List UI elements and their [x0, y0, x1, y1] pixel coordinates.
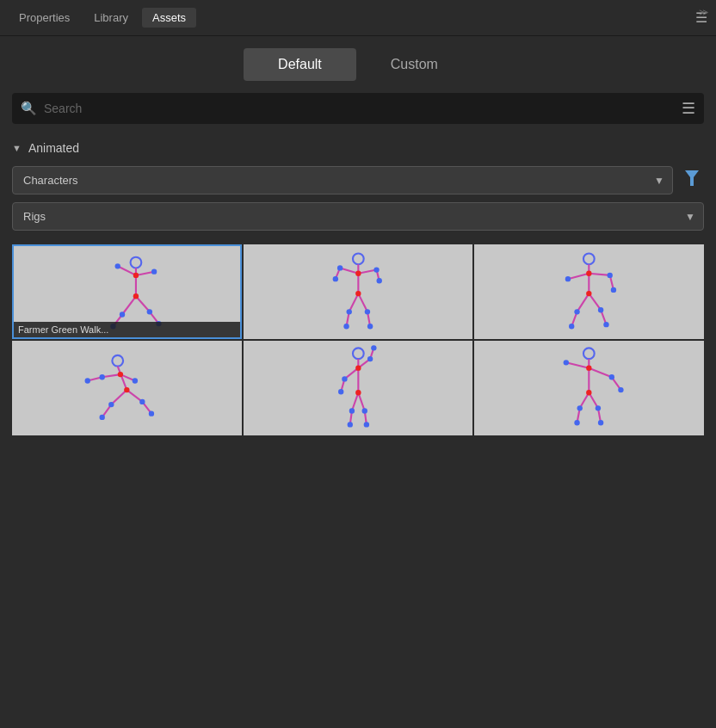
svg-point-70 [124, 387, 129, 392]
asset-figure-5 [476, 342, 702, 434]
svg-point-22 [337, 265, 343, 270]
svg-line-97 [589, 368, 613, 378]
svg-line-56 [118, 367, 127, 391]
svg-point-44 [608, 273, 613, 278]
asset-grid: Farmer Green Walk... [12, 244, 704, 435]
svg-point-54 [598, 307, 603, 312]
svg-point-90 [355, 390, 361, 395]
svg-point-108 [586, 390, 591, 395]
svg-point-109 [577, 405, 583, 410]
svg-point-15 [120, 312, 125, 317]
svg-point-32 [367, 324, 373, 329]
svg-point-21 [332, 276, 337, 281]
svg-point-17 [353, 253, 364, 264]
view-tab-custom[interactable]: Custom [356, 48, 472, 81]
svg-point-25 [376, 278, 381, 283]
svg-point-37 [583, 253, 595, 264]
svg-point-71 [108, 402, 114, 407]
tab-properties[interactable]: Properties [9, 8, 80, 28]
svg-point-72 [139, 399, 145, 404]
rigs-dropdown[interactable]: Rigs [12, 202, 704, 231]
animated-section-header[interactable]: ▼ Animated [0, 134, 716, 165]
asset-cell-1[interactable] [244, 244, 473, 339]
svg-point-91 [349, 408, 354, 413]
svg-line-19 [340, 268, 358, 273]
svg-point-55 [112, 355, 123, 367]
top-bar-tabs: Properties Library Assets [9, 8, 196, 28]
svg-point-62 [133, 378, 138, 383]
asset-figure-1 [245, 246, 472, 337]
svg-point-110 [596, 405, 601, 410]
svg-line-66 [127, 390, 142, 402]
svg-point-65 [100, 415, 105, 420]
svg-point-4 [115, 263, 120, 268]
svg-point-89 [355, 366, 361, 371]
svg-point-40 [565, 276, 571, 281]
svg-point-96 [564, 360, 569, 365]
svg-point-53 [575, 309, 580, 314]
asset-cell-3[interactable] [12, 341, 242, 435]
search-bar: 🔍 ☰ [12, 93, 704, 124]
svg-point-16 [147, 309, 152, 314]
svg-line-45 [577, 293, 589, 312]
expand-icon[interactable]: ≫ [699, 7, 709, 18]
animated-label: Animated [28, 141, 79, 155]
asset-cell-4[interactable] [244, 341, 473, 435]
svg-point-47 [569, 324, 574, 329]
svg-line-86 [358, 392, 364, 410]
svg-point-33 [355, 271, 361, 276]
svg-point-68 [149, 411, 154, 416]
svg-line-27 [349, 293, 358, 312]
svg-point-51 [586, 271, 591, 276]
svg-point-14 [133, 293, 139, 299]
svg-line-30 [358, 293, 367, 312]
chevron-down-icon: ▼ [12, 143, 22, 153]
svg-point-69 [118, 372, 123, 377]
asset-cell-2[interactable] [474, 244, 704, 339]
svg-marker-0 [685, 170, 699, 186]
svg-line-7 [122, 296, 136, 314]
svg-line-57 [102, 374, 120, 377]
view-tab-row: Default Custom [0, 36, 716, 93]
top-bar: ≫ Properties Library Assets ☰ [0, 0, 716, 36]
svg-line-39 [568, 274, 589, 279]
svg-line-63 [111, 390, 127, 404]
svg-point-81 [371, 345, 376, 350]
search-icon: 🔍 [21, 101, 37, 116]
rigs-row: Rigs ▼ [12, 202, 704, 231]
svg-point-13 [133, 273, 139, 278]
svg-point-78 [342, 376, 347, 381]
svg-line-48 [589, 293, 602, 310]
svg-point-107 [586, 366, 591, 371]
svg-point-59 [85, 378, 90, 383]
svg-point-103 [575, 420, 580, 425]
svg-point-85 [347, 422, 352, 427]
tab-assets[interactable]: Assets [142, 8, 196, 28]
asset-cell-0[interactable]: Farmer Green Walk... [12, 244, 242, 339]
svg-point-88 [363, 422, 368, 427]
search-input[interactable] [44, 102, 671, 115]
asset-figure-4 [245, 342, 472, 434]
svg-point-50 [604, 322, 609, 327]
svg-line-95 [566, 362, 589, 367]
list-view-icon[interactable]: ☰ [671, 99, 695, 118]
svg-line-83 [352, 392, 358, 410]
svg-point-34 [355, 291, 361, 296]
svg-point-43 [611, 287, 616, 293]
svg-line-41 [589, 274, 610, 275]
characters-dropdown[interactable]: Characters [12, 166, 673, 194]
rigs-dropdown-wrapper: Rigs ▼ [12, 202, 704, 231]
svg-point-77 [338, 389, 343, 394]
svg-point-73 [353, 348, 364, 359]
svg-point-100 [609, 374, 614, 379]
svg-point-52 [586, 291, 591, 296]
tab-library[interactable]: Library [83, 8, 139, 28]
svg-point-82 [367, 356, 373, 361]
svg-line-10 [136, 296, 150, 312]
view-tab-default[interactable]: Default [244, 48, 356, 81]
svg-point-99 [619, 387, 624, 392]
asset-cell-5[interactable] [474, 341, 704, 435]
svg-line-23 [358, 270, 376, 274]
svg-point-106 [598, 420, 603, 425]
filter-icon[interactable] [680, 165, 704, 195]
